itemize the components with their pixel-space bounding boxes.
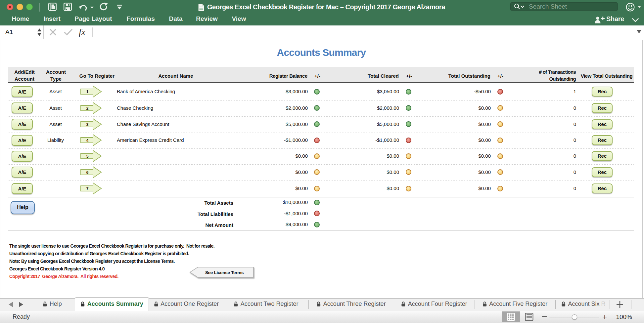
svg-text:3: 3 bbox=[86, 122, 89, 127]
svg-text:7: 7 bbox=[86, 186, 89, 191]
svg-text:6: 6 bbox=[86, 170, 89, 175]
svg-text:4: 4 bbox=[86, 138, 89, 143]
svg-text:5: 5 bbox=[86, 154, 89, 159]
svg-text:2: 2 bbox=[86, 106, 89, 111]
svg-text:1: 1 bbox=[86, 90, 89, 94]
svg-text:See License Terms: See License Terms bbox=[205, 270, 244, 275]
